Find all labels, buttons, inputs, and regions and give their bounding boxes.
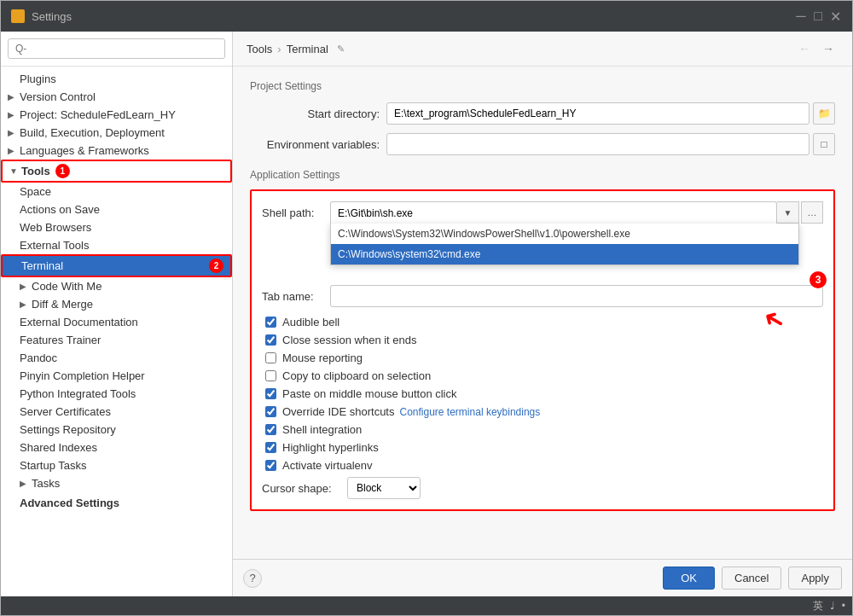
sidebar-label-advanced: Advanced Settings (20, 497, 119, 509)
env-variables-field-group: □ (386, 133, 835, 155)
sidebar-item-terminal[interactable]: Terminal 2 (1, 254, 232, 277)
forward-arrow[interactable]: → (818, 38, 838, 59)
sidebar-tree: Plugins ▶ Version Control ▶ Project: Sch… (1, 67, 232, 596)
audible-bell-label: Audible bell (282, 316, 339, 328)
paste-middle-checkbox[interactable] (265, 388, 276, 399)
sidebar-label-settings-repo: Settings Repository (20, 423, 116, 436)
apply-button[interactable]: Apply (788, 567, 842, 590)
cancel-button[interactable]: Cancel (722, 567, 781, 590)
status-lang: 英 (813, 599, 823, 613)
sidebar-item-external-docs[interactable]: External Documentation (1, 313, 232, 331)
cursor-shape-row: Cursor shape: Block Underline Beam (262, 477, 823, 499)
sidebar-item-plugins[interactable]: Plugins (1, 70, 232, 88)
main-panel: Tools › Terminal ✎ ← → Project Settings … (233, 32, 852, 596)
sidebar-item-features-trainer[interactable]: Features Trainer (1, 331, 232, 349)
shell-path-dropdown-list: C:\Windows\System32\WindowsPowerShell\v1… (330, 224, 799, 265)
audible-bell-checkbox[interactable] (265, 317, 276, 328)
mouse-reporting-checkbox[interactable] (265, 352, 276, 363)
bottom-bar: ? OK Cancel Apply (233, 559, 852, 596)
breadcrumb-parent[interactable]: Tools (247, 43, 272, 55)
mouse-reporting-label: Mouse reporting (282, 352, 363, 364)
sidebar-item-tools[interactable]: ▼ Tools 1 (1, 160, 232, 183)
sidebar-item-version-control[interactable]: ▶ Version Control (1, 88, 232, 106)
sidebar-label-code-with-me: Code With Me (32, 280, 102, 293)
sidebar-label-tools: Tools (21, 165, 50, 177)
override-ide-checkbox[interactable] (265, 406, 276, 417)
sidebar-item-web-browsers[interactable]: Web Browsers (1, 218, 232, 236)
sidebar-label-external-tools: External Tools (20, 239, 89, 252)
shell-path-container: ▼ C:\Windows\System32\WindowsPowerShell\… (330, 201, 799, 224)
help-button[interactable]: ? (243, 569, 262, 588)
sidebar-label-pandoc: Pandoc (20, 352, 57, 364)
sidebar-item-project[interactable]: ▶ Project: ScheduleFedLearn_HY (1, 106, 232, 124)
sidebar-item-actions-on-save[interactable]: Actions on Save (1, 200, 232, 218)
sidebar-item-advanced[interactable]: Advanced Settings (1, 494, 232, 512)
sidebar-label-languages: Languages & Frameworks (20, 144, 149, 157)
sidebar-label-tasks: Tasks (32, 477, 60, 490)
sidebar-item-build[interactable]: ▶ Build, Execution, Deployment (1, 124, 232, 142)
title-bar: Settings ─ □ ✕ (1, 1, 852, 32)
sidebar-item-startup-tasks[interactable]: Startup Tasks (1, 456, 232, 474)
sidebar-item-shared-indexes[interactable]: Shared Indexes (1, 439, 232, 456)
sidebar-item-languages[interactable]: ▶ Languages & Frameworks (1, 142, 232, 160)
highlight-hyperlinks-checkbox[interactable] (265, 442, 276, 453)
tab-name-input[interactable] (330, 285, 823, 307)
paste-middle-label: Paste on middle mouse button click (282, 387, 457, 400)
configure-keybindings-link[interactable]: Configure terminal keybindings (400, 406, 541, 418)
sidebar-label-plugins: Plugins (20, 73, 56, 85)
env-variables-input[interactable] (386, 133, 809, 155)
search-input[interactable] (8, 38, 225, 59)
ok-button[interactable]: OK (663, 567, 715, 590)
sidebar-label-version-control: Version Control (20, 90, 96, 103)
env-variables-browse-button[interactable]: □ (813, 133, 835, 155)
sidebar-item-external-tools[interactable]: External Tools (1, 236, 232, 254)
shell-integration-checkbox[interactable] (265, 424, 276, 435)
checkbox-mouse-reporting: Mouse reporting (262, 352, 823, 364)
edit-icon[interactable]: ✎ (337, 44, 345, 55)
copy-clipboard-checkbox[interactable] (265, 370, 276, 381)
sidebar-item-tasks[interactable]: ▶ Tasks (1, 474, 232, 492)
arrow-icon: ▶ (20, 479, 32, 488)
sidebar-item-space[interactable]: Space (1, 183, 232, 200)
cursor-shape-select[interactable]: Block Underline Beam (347, 477, 421, 499)
sidebar-label-terminal: Terminal (21, 259, 63, 272)
sidebar-item-server-certs[interactable]: Server Certificates (1, 403, 232, 421)
override-ide-label: Override IDE shortcuts (282, 405, 395, 418)
shell-path-browse-button[interactable]: … (801, 201, 823, 224)
sidebar-label-space: Space (20, 185, 51, 198)
start-directory-field-group: 📁 (386, 102, 835, 125)
close-session-checkbox[interactable] (265, 334, 276, 346)
start-directory-row: Start directory: 📁 (250, 102, 835, 125)
start-directory-label: Start directory: (250, 108, 386, 120)
app-settings-title: Application Settings (250, 169, 835, 181)
app-icon (11, 9, 25, 23)
sidebar-item-pinyin[interactable]: Pinyin Completion Helper (1, 367, 232, 385)
sidebar: Plugins ▶ Version Control ▶ Project: Sch… (1, 32, 233, 596)
sidebar-item-settings-repo[interactable]: Settings Repository (1, 421, 232, 439)
close-button[interactable]: ✕ (828, 9, 842, 23)
env-variables-label: Environment variables: (250, 138, 386, 151)
sidebar-item-python-integrated[interactable]: Python Integrated Tools (1, 385, 232, 403)
sidebar-label-python-integrated: Python Integrated Tools (20, 387, 136, 400)
status-bar: 英 ♩ • (1, 596, 852, 615)
dropdown-option-cmd[interactable]: C:\Windows\system32\cmd.exe (331, 244, 798, 264)
sidebar-item-diff-merge[interactable]: ▶ Diff & Merge (1, 295, 232, 313)
arrow-icon: ▶ (20, 282, 32, 291)
start-directory-browse-button[interactable]: 📁 (813, 102, 835, 125)
back-arrow[interactable]: ← (794, 38, 815, 59)
sidebar-item-code-with-me[interactable]: ▶ Code With Me (1, 277, 232, 295)
shell-path-input[interactable] (330, 201, 777, 224)
activate-virtualenv-checkbox[interactable] (265, 460, 276, 471)
dropdown-option-powershell[interactable]: C:\Windows\System32\WindowsPowerShell\v1… (331, 224, 798, 244)
tab-name-row: Tab name: (262, 285, 823, 307)
bottom-left: ? (243, 569, 262, 588)
checkbox-activate-virtualenv: Activate virtualenv (262, 459, 823, 472)
shell-path-dropdown-button[interactable]: ▼ (777, 201, 799, 224)
sidebar-label-build: Build, Execution, Deployment (20, 126, 165, 139)
sidebar-item-pandoc[interactable]: Pandoc (1, 349, 232, 367)
minimize-button[interactable]: ─ (794, 9, 808, 23)
title-bar-left: Settings (11, 9, 72, 23)
start-directory-input[interactable] (386, 102, 809, 125)
checkbox-close-session: Close session when it ends (262, 334, 823, 346)
maximize-button[interactable]: □ (811, 9, 825, 23)
